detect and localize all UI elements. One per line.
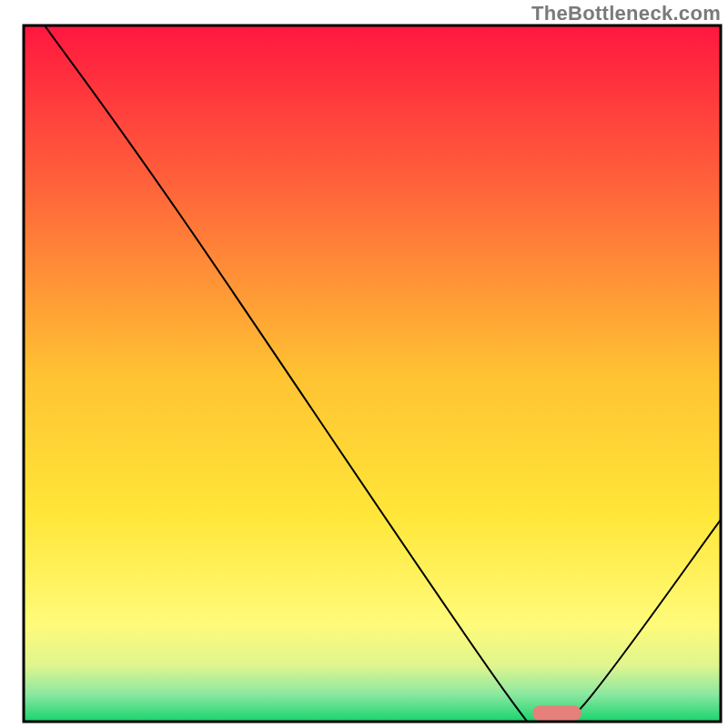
plot-background bbox=[24, 25, 721, 722]
optimal-range-marker bbox=[532, 705, 581, 721]
watermark-label: TheBottleneck.com bbox=[531, 2, 721, 25]
chart-container: TheBottleneck.com bbox=[0, 0, 728, 728]
bottleneck-chart bbox=[0, 0, 728, 728]
